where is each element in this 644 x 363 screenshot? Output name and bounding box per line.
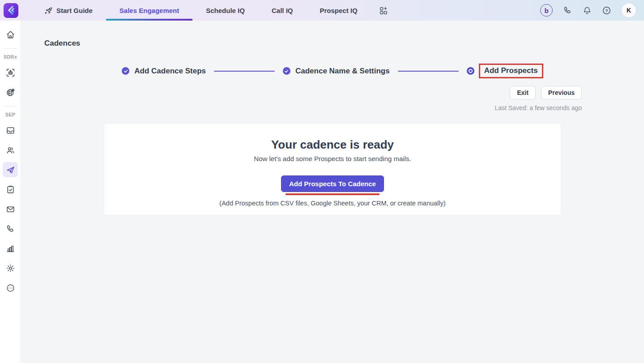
step-add-cadence-steps[interactable]: Add Cadence Steps [122, 67, 206, 76]
page-title: Cadences [44, 39, 80, 48]
home-icon [6, 30, 15, 39]
sidebar: SDRx SEP [0, 21, 21, 363]
globe-gear-icon [6, 88, 15, 97]
cadence-stepper: Add Cadence Steps Cadence Name & Setting… [21, 64, 644, 78]
sidebar-divider [4, 48, 16, 49]
step-label: Add Prospects [484, 66, 538, 75]
tab-label: Sales Engagement [119, 7, 179, 14]
gear-icon [6, 264, 15, 273]
sidebar-divider [4, 106, 16, 107]
sidebar-item-prospects[interactable] [3, 142, 18, 158]
check-icon [283, 67, 290, 75]
card-subtitle: Now let's add some Prospects to start se… [104, 155, 561, 162]
users-icon [6, 145, 15, 155]
apps-grid-icon [379, 6, 388, 15]
sidebar-item-inbox[interactable] [3, 123, 18, 138]
exit-button[interactable]: Exit [510, 86, 536, 99]
klenty-logo[interactable] [4, 3, 18, 18]
sidebar-item-web-agent[interactable] [3, 85, 18, 100]
tab-schedule-iq[interactable]: Schedule IQ [192, 0, 258, 21]
b-badge-letter: b [544, 7, 548, 14]
sidebar-section-sep: SEP [5, 112, 16, 117]
more-icon [6, 283, 15, 293]
user-avatar[interactable]: K [622, 3, 636, 17]
sidebar-item-cadences[interactable] [3, 162, 18, 177]
sidebar-item-ai-sdr[interactable] [3, 65, 18, 80]
tab-label: Schedule IQ [206, 7, 245, 14]
tab-call-iq[interactable]: Call IQ [258, 0, 307, 21]
card-hint: (Add Prospects from CSV files, Google Sh… [104, 200, 561, 207]
previous-button[interactable]: Previous [541, 86, 582, 99]
phone-icon [6, 224, 15, 234]
tab-prospect-iq[interactable]: Prospect IQ [306, 0, 371, 21]
sidebar-item-reports[interactable] [3, 241, 18, 256]
check-icon [122, 67, 129, 75]
dialer-button[interactable] [563, 6, 572, 15]
phone-icon [563, 6, 572, 15]
sidebar-item-calls[interactable] [3, 221, 18, 236]
radio-current-icon [467, 67, 474, 75]
mail-icon [6, 205, 15, 214]
tab-label: Start Guide [56, 7, 93, 14]
svg-text:?: ? [605, 8, 608, 13]
bar-chart-icon [6, 244, 15, 253]
sidebar-item-tasks[interactable] [3, 182, 18, 197]
help-button[interactable]: ? [602, 6, 611, 15]
tab-label: Call IQ [272, 7, 293, 14]
annotation-red-box: Add Prospects [479, 64, 543, 78]
stepper-connector [214, 71, 275, 72]
header-actions: Exit Previous [510, 86, 582, 99]
tab-label: Prospect IQ [320, 7, 357, 14]
sidebar-item-settings[interactable] [3, 261, 18, 276]
apps-grid-button[interactable] [371, 0, 396, 21]
bot-scan-icon [6, 68, 15, 77]
main-content: Cadences Add Cadence Steps Cadence Name … [21, 21, 644, 363]
cadence-ready-card: Your cadence is ready Now let's add some… [104, 124, 561, 215]
add-prospects-to-cadence-button[interactable]: Add Prospects To Cadence [281, 175, 384, 192]
paper-plane-icon [6, 165, 15, 175]
step-label: Add Cadence Steps [134, 67, 206, 76]
notifications-button[interactable] [583, 6, 592, 15]
step-add-prospects[interactable]: Add Prospects [467, 64, 543, 78]
rocket-icon [44, 6, 53, 15]
sidebar-section-sdrx: SDRx [4, 54, 17, 60]
tab-sales-engagement[interactable]: Sales Engagement [106, 0, 192, 21]
card-title: Your cadence is ready [104, 138, 561, 152]
stepper-connector [398, 71, 459, 72]
sidebar-item-emails[interactable] [3, 201, 18, 217]
bell-icon [583, 6, 592, 15]
last-saved-status: Last Saved: a few seconds ago [495, 104, 582, 111]
step-label: Cadence Name & Settings [295, 67, 390, 76]
annotation-red-underline [286, 193, 380, 195]
b-badge-icon[interactable]: b [540, 4, 553, 17]
topbar-right: b ? K [540, 3, 644, 17]
topbar: Start Guide Sales Engagement Schedule IQ… [0, 0, 644, 21]
tab-start-guide[interactable]: Start Guide [31, 0, 106, 21]
clipboard-check-icon [6, 185, 15, 194]
sidebar-item-more[interactable] [3, 280, 18, 295]
top-nav: Start Guide Sales Engagement Schedule IQ… [31, 0, 396, 21]
step-cadence-name-settings[interactable]: Cadence Name & Settings [283, 67, 390, 76]
inbox-icon [6, 126, 15, 135]
sidebar-item-home[interactable] [3, 27, 18, 42]
avatar-initial: K [627, 7, 631, 14]
help-icon: ? [602, 6, 611, 15]
